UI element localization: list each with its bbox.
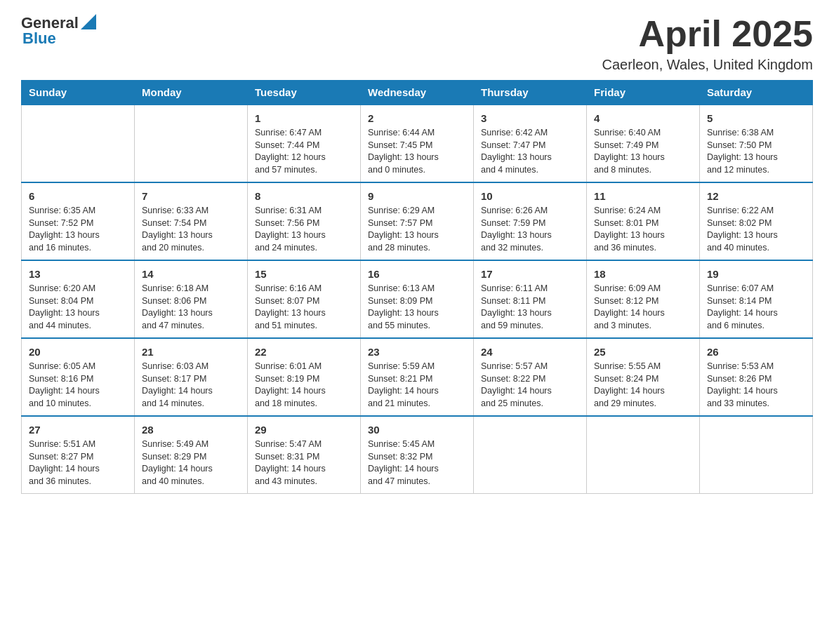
day-number: 23 bbox=[368, 344, 466, 359]
day-info: Sunrise: 6:44 AM Sunset: 7:45 PM Dayligh… bbox=[368, 127, 466, 176]
day-info: Sunrise: 6:38 AM Sunset: 7:50 PM Dayligh… bbox=[707, 127, 805, 176]
calendar-cell: 23Sunrise: 5:59 AM Sunset: 8:21 PM Dayli… bbox=[361, 338, 474, 416]
calendar-cell: 19Sunrise: 6:07 AM Sunset: 8:14 PM Dayli… bbox=[700, 260, 813, 338]
header-tuesday: Tuesday bbox=[248, 81, 361, 105]
day-number: 27 bbox=[29, 422, 127, 437]
calendar-cell: 6Sunrise: 6:35 AM Sunset: 7:52 PM Daylig… bbox=[22, 182, 135, 260]
day-info: Sunrise: 6:11 AM Sunset: 8:11 PM Dayligh… bbox=[481, 283, 579, 332]
calendar-cell: 17Sunrise: 6:11 AM Sunset: 8:11 PM Dayli… bbox=[474, 260, 587, 338]
header-saturday: Saturday bbox=[700, 81, 813, 105]
calendar-cell: 21Sunrise: 6:03 AM Sunset: 8:17 PM Dayli… bbox=[135, 338, 248, 416]
day-number: 30 bbox=[368, 422, 466, 437]
day-info: Sunrise: 6:07 AM Sunset: 8:14 PM Dayligh… bbox=[707, 283, 805, 332]
day-info: Sunrise: 5:45 AM Sunset: 8:32 PM Dayligh… bbox=[368, 438, 466, 488]
day-number: 26 bbox=[707, 344, 805, 359]
calendar-cell: 3Sunrise: 6:42 AM Sunset: 7:47 PM Daylig… bbox=[474, 105, 587, 182]
day-number: 17 bbox=[481, 267, 579, 281]
calendar-cell: 16Sunrise: 6:13 AM Sunset: 8:09 PM Dayli… bbox=[361, 260, 474, 338]
week-row-5: 27Sunrise: 5:51 AM Sunset: 8:27 PM Dayli… bbox=[22, 416, 813, 494]
calendar-cell: 8Sunrise: 6:31 AM Sunset: 7:56 PM Daylig… bbox=[248, 182, 361, 260]
day-info: Sunrise: 6:13 AM Sunset: 8:09 PM Dayligh… bbox=[368, 283, 466, 332]
calendar-cell: 13Sunrise: 6:20 AM Sunset: 8:04 PM Dayli… bbox=[22, 260, 135, 338]
calendar-cell bbox=[587, 416, 700, 494]
day-info: Sunrise: 6:40 AM Sunset: 7:49 PM Dayligh… bbox=[594, 127, 692, 176]
week-row-1: 1Sunrise: 6:47 AM Sunset: 7:44 PM Daylig… bbox=[22, 105, 813, 182]
calendar-cell: 4Sunrise: 6:40 AM Sunset: 7:49 PM Daylig… bbox=[587, 105, 700, 182]
location: Caerleon, Wales, United Kingdom bbox=[602, 57, 813, 73]
day-info: Sunrise: 6:35 AM Sunset: 7:52 PM Dayligh… bbox=[29, 205, 127, 254]
day-number: 4 bbox=[594, 111, 692, 126]
calendar-cell: 10Sunrise: 6:26 AM Sunset: 7:59 PM Dayli… bbox=[474, 182, 587, 260]
svg-marker-0 bbox=[81, 14, 96, 29]
calendar-cell: 20Sunrise: 6:05 AM Sunset: 8:16 PM Dayli… bbox=[22, 338, 135, 416]
calendar-cell: 26Sunrise: 5:53 AM Sunset: 8:26 PM Dayli… bbox=[700, 338, 813, 416]
header-wednesday: Wednesday bbox=[361, 81, 474, 105]
calendar-cell: 1Sunrise: 6:47 AM Sunset: 7:44 PM Daylig… bbox=[248, 105, 361, 182]
calendar-cell: 29Sunrise: 5:47 AM Sunset: 8:31 PM Dayli… bbox=[248, 416, 361, 494]
day-info: Sunrise: 6:26 AM Sunset: 7:59 PM Dayligh… bbox=[481, 205, 579, 254]
header-sunday: Sunday bbox=[22, 81, 135, 105]
day-number: 16 bbox=[368, 267, 466, 281]
day-number: 3 bbox=[481, 111, 579, 126]
day-number: 20 bbox=[29, 344, 127, 359]
calendar-cell: 5Sunrise: 6:38 AM Sunset: 7:50 PM Daylig… bbox=[700, 105, 813, 182]
day-info: Sunrise: 5:51 AM Sunset: 8:27 PM Dayligh… bbox=[29, 438, 127, 488]
logo-blue: Blue bbox=[22, 29, 56, 48]
day-number: 5 bbox=[707, 111, 805, 126]
day-number: 28 bbox=[142, 422, 240, 437]
calendar-cell: 14Sunrise: 6:18 AM Sunset: 8:06 PM Dayli… bbox=[135, 260, 248, 338]
day-info: Sunrise: 6:31 AM Sunset: 7:56 PM Dayligh… bbox=[255, 205, 353, 254]
day-number: 12 bbox=[707, 189, 805, 203]
header-thursday: Thursday bbox=[474, 81, 587, 105]
day-info: Sunrise: 6:29 AM Sunset: 7:57 PM Dayligh… bbox=[368, 205, 466, 254]
day-info: Sunrise: 6:09 AM Sunset: 8:12 PM Dayligh… bbox=[594, 283, 692, 332]
calendar-header-row: SundayMondayTuesdayWednesdayThursdayFrid… bbox=[22, 81, 813, 105]
day-number: 11 bbox=[594, 189, 692, 203]
day-number: 19 bbox=[707, 267, 805, 281]
day-number: 14 bbox=[142, 267, 240, 281]
day-info: Sunrise: 6:42 AM Sunset: 7:47 PM Dayligh… bbox=[481, 127, 579, 176]
day-info: Sunrise: 6:22 AM Sunset: 8:02 PM Dayligh… bbox=[707, 205, 805, 254]
week-row-3: 13Sunrise: 6:20 AM Sunset: 8:04 PM Dayli… bbox=[22, 260, 813, 338]
calendar-cell: 24Sunrise: 5:57 AM Sunset: 8:22 PM Dayli… bbox=[474, 338, 587, 416]
calendar-cell: 22Sunrise: 6:01 AM Sunset: 8:19 PM Dayli… bbox=[248, 338, 361, 416]
header-friday: Friday bbox=[587, 81, 700, 105]
page-header: General Blue April 2025 Caerleon, Wales,… bbox=[21, 14, 813, 73]
calendar-cell: 15Sunrise: 6:16 AM Sunset: 8:07 PM Dayli… bbox=[248, 260, 361, 338]
day-number: 1 bbox=[255, 111, 353, 126]
calendar-cell: 25Sunrise: 5:55 AM Sunset: 8:24 PM Dayli… bbox=[587, 338, 700, 416]
calendar-cell: 7Sunrise: 6:33 AM Sunset: 7:54 PM Daylig… bbox=[135, 182, 248, 260]
day-info: Sunrise: 5:57 AM Sunset: 8:22 PM Dayligh… bbox=[481, 361, 579, 410]
day-number: 25 bbox=[594, 344, 692, 359]
calendar-cell: 28Sunrise: 5:49 AM Sunset: 8:29 PM Dayli… bbox=[135, 416, 248, 494]
day-number: 7 bbox=[142, 189, 240, 203]
day-info: Sunrise: 6:18 AM Sunset: 8:06 PM Dayligh… bbox=[142, 283, 240, 332]
title-section: April 2025 Caerleon, Wales, United Kingd… bbox=[602, 14, 813, 73]
calendar-cell bbox=[700, 416, 813, 494]
header-monday: Monday bbox=[135, 81, 248, 105]
day-info: Sunrise: 5:53 AM Sunset: 8:26 PM Dayligh… bbox=[707, 361, 805, 410]
day-number: 24 bbox=[481, 344, 579, 359]
month-title: April 2025 bbox=[602, 14, 813, 54]
calendar-cell: 12Sunrise: 6:22 AM Sunset: 8:02 PM Dayli… bbox=[700, 182, 813, 260]
day-info: Sunrise: 5:59 AM Sunset: 8:21 PM Dayligh… bbox=[368, 361, 466, 410]
day-info: Sunrise: 6:20 AM Sunset: 8:04 PM Dayligh… bbox=[29, 283, 127, 332]
day-number: 15 bbox=[255, 267, 353, 281]
day-info: Sunrise: 6:33 AM Sunset: 7:54 PM Dayligh… bbox=[142, 205, 240, 254]
day-info: Sunrise: 5:49 AM Sunset: 8:29 PM Dayligh… bbox=[142, 438, 240, 488]
day-number: 29 bbox=[255, 422, 353, 437]
day-number: 21 bbox=[142, 344, 240, 359]
day-number: 2 bbox=[368, 111, 466, 126]
day-number: 6 bbox=[29, 189, 127, 203]
logo: General Blue bbox=[21, 14, 96, 48]
calendar-cell bbox=[135, 105, 248, 182]
calendar-table: SundayMondayTuesdayWednesdayThursdayFrid… bbox=[21, 80, 813, 494]
day-number: 13 bbox=[29, 267, 127, 281]
day-info: Sunrise: 6:47 AM Sunset: 7:44 PM Dayligh… bbox=[255, 127, 353, 176]
calendar-cell: 11Sunrise: 6:24 AM Sunset: 8:01 PM Dayli… bbox=[587, 182, 700, 260]
calendar-cell: 30Sunrise: 5:45 AM Sunset: 8:32 PM Dayli… bbox=[361, 416, 474, 494]
day-info: Sunrise: 6:05 AM Sunset: 8:16 PM Dayligh… bbox=[29, 361, 127, 410]
day-info: Sunrise: 6:01 AM Sunset: 8:19 PM Dayligh… bbox=[255, 361, 353, 410]
logo-triangle-icon bbox=[81, 14, 96, 29]
day-number: 18 bbox=[594, 267, 692, 281]
